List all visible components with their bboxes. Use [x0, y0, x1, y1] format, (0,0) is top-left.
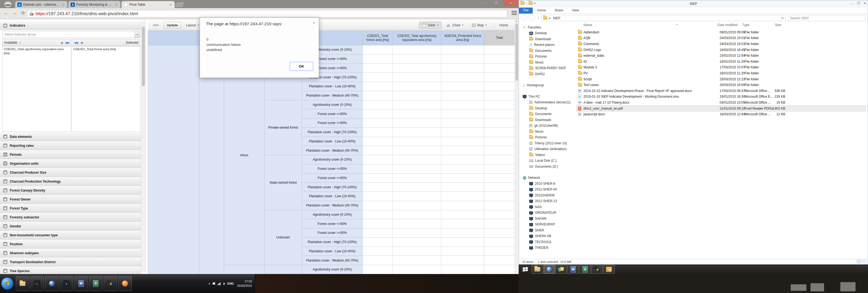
dialog-close-icon[interactable]: ×: [312, 20, 315, 25]
sidebar-item-2011sher06[interactable]: 2011SHER06: [519, 192, 574, 198]
sidebar-item-documents[interactable]: Documents: [519, 111, 574, 117]
dialog-ok-button[interactable]: OK: [290, 62, 313, 71]
tab-forestry[interactable]: 2 Forestry Monitoring & Eva ×: [68, 1, 120, 8]
chrome-menu-icon[interactable]: [512, 11, 517, 16]
page-scrollbar[interactable]: ▲: [515, 19, 519, 274]
taskbar-app-pictures[interactable]: [556, 265, 567, 274]
network-icon[interactable]: [218, 282, 221, 285]
breadcrumb-item[interactable]: SIEP: [553, 16, 560, 20]
sidebar-item-sher4-vb[interactable]: SHER4-VB: [519, 233, 574, 239]
sidebar-item-recent-places[interactable]: ◷Recent places: [519, 42, 574, 48]
taskbar-app-network-app[interactable]: ⚡: [104, 276, 117, 291]
close-button[interactable]: ✕: [864, 2, 866, 5]
sidebar-item-tecras11[interactable]: TECRAS11: [519, 239, 574, 245]
sidebar-item-sher[interactable]: SHER: [519, 227, 574, 233]
accordion-header-forestry-subsector[interactable]: ▦Forestry subsector: [0, 213, 141, 222]
taskbar-app-word[interactable]: W: [74, 276, 88, 291]
tab-outlook[interactable]: o Outlook.com - robinmarte ×: [15, 1, 67, 8]
taskbar-app-console[interactable]: >_: [30, 276, 44, 291]
sidebar-item-nas[interactable]: NAS: [519, 204, 574, 210]
reload-icon[interactable]: ⟳: [21, 10, 25, 16]
accordion-header-forest-type[interactable]: ▦Forest Type: [0, 204, 141, 213]
tab-close-icon[interactable]: ×: [169, 3, 173, 7]
sidebar-item-homegroup[interactable]: ⌂Homegroup: [519, 83, 574, 88]
sidebar-item-thierry-2012-sher-13-[interactable]: Thierry (2012-sher-13): [519, 140, 574, 146]
column-header-size[interactable]: Size: [775, 23, 781, 27]
forward-icon[interactable]: →: [12, 10, 17, 16]
collapse-sidebar-button[interactable]: <<<: [150, 22, 162, 29]
ribbon-tab-file[interactable]: File: [519, 8, 533, 13]
broken-lock-icon[interactable]: ✗: [30, 12, 33, 16]
file-row[interactable]: WA faire - mail 17-10 Thierry.docx04/01/…: [577, 99, 866, 106]
language-indicator[interactable]: ENG: [227, 282, 234, 285]
accordion-header-reporting-rates[interactable]: ▤Reporting rates: [0, 141, 141, 150]
sidebar-item-scr08-paref-siep[interactable]: SCR08-PAREF-SIEP: [519, 65, 574, 71]
sidebar-item-local-disk-c-[interactable]: Local Disk (C:): [519, 158, 574, 164]
search-icon[interactable]: ⌕: [19, 40, 22, 45]
maximize-button[interactable]: ❐: [489, 0, 503, 6]
accordion-header-tree-species[interactable]: ▦Tree Species: [0, 266, 141, 274]
url-bar[interactable]: ✗ https ://197.243.47.210/fmis/dhis-web-…: [27, 10, 507, 17]
file-row[interactable]: PV16/02/2015 11:20File folder: [577, 70, 866, 76]
ribbon-tab-view[interactable]: View: [567, 8, 583, 13]
back-icon[interactable]: ←: [4, 10, 8, 16]
sidebar-item-downloads[interactable]: Downloads: [519, 117, 574, 123]
column-header-type[interactable]: Type: [742, 23, 749, 27]
tab-close-icon[interactable]: ×: [61, 3, 65, 7]
accordion-header-periods[interactable]: ◷Periods: [0, 150, 141, 159]
accordion-header-forest-canopy-density[interactable]: ▦Forest Canopy Density: [0, 186, 141, 195]
accordion-header-data-elements[interactable]: ▤Data elements: [0, 132, 141, 141]
sidebar-item-utilisateur-ordinateur-[interactable]: Utilisateur (ordinateur): [519, 146, 574, 152]
column-header-name[interactable]: Name: [584, 23, 592, 27]
action-center-icon[interactable]: [213, 283, 215, 285]
list-item[interactable]: CDE001_Total forest area [Ha]: [73, 47, 138, 51]
accordion-header-organisation-units[interactable]: ✚Organisation units: [0, 159, 141, 168]
taskbar-app-media[interactable]: ♦: [60, 276, 73, 291]
file-row[interactable]: Pdhis2_user_manual_en.pdf21/01/2015 09:1…: [577, 106, 866, 112]
taskbar-app-explorer[interactable]: [532, 265, 543, 274]
table-mode-button[interactable]: Table▼: [419, 22, 442, 29]
up-icon[interactable]: ↑: [537, 16, 539, 20]
start-button[interactable]: [520, 266, 531, 273]
move-all-right-icon[interactable]: ▶▶: [66, 41, 69, 45]
sidebar-item-music[interactable]: Music: [519, 59, 574, 65]
minimize-button[interactable]: –: [476, 0, 489, 6]
taskbar-app-sphere-browser[interactable]: [544, 265, 555, 274]
start-button[interactable]: [1, 277, 13, 290]
sidebar-item-desktop[interactable]: Desktop: [519, 30, 574, 36]
taskbar-app-word[interactable]: W: [567, 265, 579, 274]
sidebar-item-documents[interactable]: Documents: [519, 48, 574, 54]
taskbar-app-explorer[interactable]: [16, 276, 29, 291]
file-row[interactable]: X2015-01-15 SIEP Indicator Development -…: [577, 94, 866, 100]
selected-indicators-list[interactable]: CDE001_Total forest area [Ha]: [72, 46, 140, 132]
accordion-header-transport-destination-district[interactable]: ▦Transport Destination District: [0, 258, 141, 266]
accordion-header-charcoal-production-technology[interactable]: ▦Charcoal Production Technology: [0, 177, 141, 186]
file-row[interactable]: IO18/02/2015 11:20File folder: [577, 59, 866, 65]
home-button[interactable]: Home: [496, 22, 511, 29]
sidebar-item-2011-sher-04[interactable]: 2011-SHER-04: [519, 187, 574, 193]
ribbon-tab-share[interactable]: Share: [550, 8, 567, 13]
search-input[interactable]: Search SIEP: [788, 15, 866, 21]
sidebar-item-downloads[interactable]: Downloads: [519, 36, 574, 42]
file-row[interactable]: DHIS2 Logs24/03/2015 18:45File folder: [577, 47, 866, 53]
sidebar-item-documents-d-[interactable]: Documents (D:): [519, 164, 574, 170]
layout-button[interactable]: Layout▼: [183, 22, 203, 29]
accordion-header-shannon-subtypes[interactable]: ▦Shannon subtypes: [0, 248, 141, 258]
file-row[interactable]: Test cases25/03/2015 16:50File folder: [577, 82, 866, 88]
taskbar-app-network-app[interactable]: ⚡: [591, 265, 603, 274]
file-row[interactable]: Module 317/03/2015 10:07File folder: [577, 65, 866, 70]
breadcrumb[interactable]: ▶ SIEP ⟳: [541, 15, 786, 21]
sidebar-item-pictures[interactable]: Pictures: [519, 135, 574, 141]
new-tab-button[interactable]: [175, 2, 184, 7]
file-row[interactable]: AQB24/03/2015 23:01File folder: [577, 35, 866, 41]
sidebar-scrollbar[interactable]: [141, 21, 145, 272]
sidebar-item-pictures[interactable]: Pictures: [519, 54, 574, 60]
show-hidden-icons-icon[interactable]: ▲: [208, 282, 211, 285]
file-row[interactable]: external_static23/02/2015 12:54File fold…: [577, 53, 866, 59]
sidebar-item-videos[interactable]: Videos: [519, 152, 574, 158]
maximize-button[interactable]: ❐: [857, 2, 860, 5]
accordion-header-indicators[interactable]: ▤ Indicators: [0, 21, 141, 30]
sidebar-item-safari[interactable]: SAFARI: [519, 216, 574, 222]
indicator-group-select[interactable]: Select indicator group ▼: [2, 31, 140, 38]
taskbar-app-outlook[interactable]: ◴: [603, 265, 615, 274]
